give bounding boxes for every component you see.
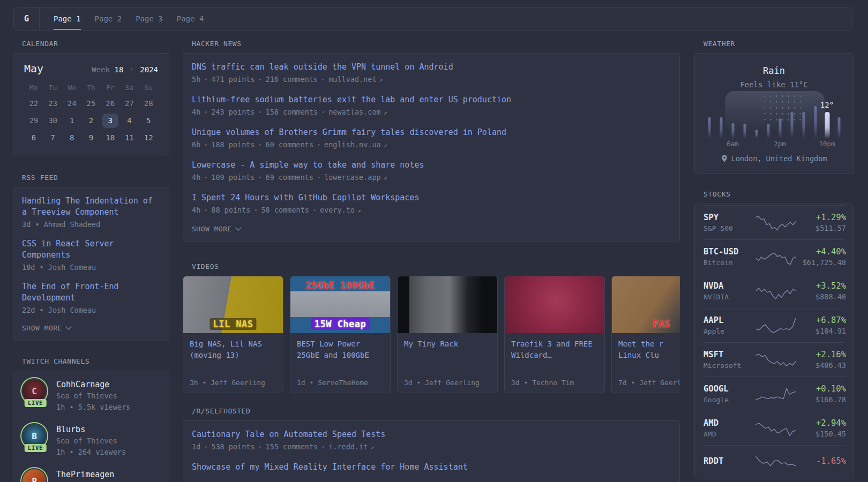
calendar-day-number: 25 (87, 99, 96, 108)
temperature-bar (708, 117, 710, 138)
stock-symbol: BTC-USD (704, 246, 755, 257)
separator-dot: • (313, 207, 316, 213)
hackernews-item-title[interactable]: Unique volumes of Brothers Grimm fairy t… (192, 127, 671, 138)
item-comments[interactable]: 69 comments (266, 173, 313, 182)
hackernews-item-title[interactable]: Lowercase - A simple way to take and sha… (192, 160, 671, 171)
hackernews-item-title[interactable]: Lithium-free sodium batteries exit the l… (192, 94, 671, 106)
temperature-bar (825, 112, 829, 138)
rss-show-more[interactable]: SHOW MORE (22, 324, 160, 332)
hackernews-item-title[interactable]: I Spent 24 Hours with GitHub Copilot Wor… (192, 192, 671, 204)
video-card[interactable]: 25GbE 100GbE 15W Cheap BEST Low Power 25… (290, 276, 391, 393)
calendar-day-number: 3 (102, 114, 118, 128)
page-tab[interactable]: Page 3 (136, 7, 163, 30)
rss-item-title[interactable]: The End of Front-End Development (22, 281, 160, 304)
reddit-item: Showcase of my Mixed Reality Interface f… (192, 462, 671, 473)
page-tab[interactable]: Page 2 (95, 7, 122, 30)
calendar-day: 27 (120, 96, 139, 111)
twitch-channel-meta: 1h • 5.5k viewers (56, 402, 130, 413)
stock-sparkline (755, 213, 797, 232)
video-thumbnail[interactable]: FAS (612, 276, 680, 333)
stock-symbol: SPY (704, 212, 755, 223)
rss-item-title[interactable]: CSS in React Server Components (22, 238, 160, 261)
stock-price: $184.91 (797, 327, 846, 336)
twitch-list: C LIVE CohhCarnage Sea of Thieves 1h • 5… (22, 379, 160, 482)
video-thumbnail[interactable]: LIL NAS (183, 276, 283, 333)
temperature-label: 12° (820, 101, 834, 109)
item-comments[interactable]: 60 comments (266, 140, 313, 149)
video-card-body: Traefik 3 and FREE Wildcard… 3d • Techno… (505, 333, 604, 393)
chevron-down-icon (235, 224, 241, 230)
item-points: 109 points (211, 173, 255, 182)
reddit-widget: Cautionary Tale on Automated Speed Tests… (183, 420, 680, 482)
stock-row: SPY S&P 500 +1.29% $511.57 (704, 205, 844, 239)
twitch-channel-row[interactable]: P LIVE ThePrimeagen (22, 469, 160, 482)
calendar-day: 11 (120, 130, 139, 145)
twitch-channel-name[interactable]: ThePrimeagen (56, 469, 114, 480)
item-domain[interactable]: i.redd.it (328, 442, 368, 451)
stock-id-block: NVDA NVIDIA (704, 281, 755, 302)
top-nav: G Page 1 Page 2 Page 3 Page 4 (13, 7, 852, 31)
stock-change: -1.65% (797, 456, 846, 466)
video-title[interactable]: Meet the r Linux Clu (618, 338, 680, 361)
calendar-day-number: 10 (106, 133, 115, 142)
stock-symbol: GOOGL (704, 383, 755, 394)
stock-change: +0.10% (797, 383, 846, 394)
stock-value-block: -1.65% (797, 456, 846, 468)
video-card[interactable]: FAS Meet the r Linux Clu 7d • Jeff Geerl… (611, 276, 680, 393)
reddit-item-title[interactable]: Showcase of my Mixed Reality Interface f… (192, 462, 671, 473)
hour-axis-label: 2pm (774, 140, 786, 148)
page-tab[interactable]: Page 1 (54, 7, 81, 30)
item-comments[interactable]: 216 comments (266, 75, 318, 84)
rss-list: Handling The Indentation of a Treeview C… (22, 195, 160, 315)
video-card-body: My Tiny Rack 3d • Jeff Geerling (398, 333, 497, 393)
video-thumbnail[interactable] (398, 276, 497, 333)
rss-item-meta: 3d • Ahmad Shadeed (22, 219, 160, 230)
video-thumbnail[interactable] (505, 276, 604, 333)
video-card[interactable]: My Tiny Rack 3d • Jeff Geerling (397, 276, 498, 393)
page-tab[interactable]: Page 4 (177, 7, 204, 30)
hackernews-header: HACKER NEWS (192, 40, 680, 48)
video-thumbnail[interactable]: 25GbE 100GbE 15W Cheap (290, 276, 390, 333)
video-title[interactable]: BEST Low Power 25GbE and 100GbE Switch… (297, 338, 384, 362)
twitch-channel-row[interactable]: B LIVE Blurbs Sea of Thieves 1h • 264 vi… (22, 424, 160, 458)
live-badge: LIVE (25, 444, 47, 452)
rss-item-title[interactable]: Handling The Indentation of a Treeview C… (22, 195, 160, 218)
app-logo[interactable]: G (14, 7, 40, 30)
stock-id-block: BTC-USD Bitcoin (704, 246, 755, 267)
temperature-bar (755, 130, 758, 138)
item-domain[interactable]: english.nv.ua (324, 140, 381, 149)
temperature-bar (779, 118, 781, 138)
item-points: 243 points (211, 108, 255, 116)
video-card[interactable]: LIL NAS Big NAS, Lil NAS (moving 13) 3h … (183, 276, 283, 393)
video-title[interactable]: My Tiny Rack (404, 338, 491, 350)
weather-hour-column (739, 91, 751, 148)
stock-price: $406.43 (797, 361, 846, 370)
twitch-channel-row[interactable]: C LIVE CohhCarnage Sea of Thieves 1h • 5… (22, 379, 160, 413)
reddit-item-title[interactable]: Cautionary Tale on Automated Speed Tests (192, 429, 671, 440)
video-card[interactable]: Traefik 3 and FREE Wildcard… 3d • Techno… (504, 276, 605, 393)
twitch-channel-name[interactable]: Blurbs (56, 424, 126, 435)
calendar-month: May (24, 62, 43, 75)
item-domain[interactable]: newatlas.com (328, 108, 381, 116)
stock-id-block: AAPL Apple (704, 315, 755, 336)
hackernews-show-more[interactable]: SHOW MORE (192, 225, 671, 233)
weekday-label: Mo (24, 84, 43, 92)
calendar-day-number: 24 (68, 99, 77, 108)
calendar-year: 2024 (140, 65, 158, 74)
stock-value-block: +6.87% $184.91 (797, 315, 846, 336)
item-comments[interactable]: 158 comments (266, 108, 318, 116)
hackernews-item-meta: 4h•109 points•69 comments•lowercase.app↗ (192, 172, 671, 184)
item-domain[interactable]: every.to (320, 206, 355, 214)
video-title[interactable]: Traefik 3 and FREE Wildcard… (511, 338, 598, 361)
item-comments[interactable]: 58 comments (261, 206, 309, 214)
stock-id-block: GOOGL Google (704, 383, 755, 404)
hackernews-item-title[interactable]: DNS traffic can leak outside the VPN tun… (192, 62, 671, 73)
video-title[interactable]: Big NAS, Lil NAS (moving 13) (190, 338, 276, 361)
rss-item-meta: 18d • Josh Comeau (22, 262, 160, 273)
calendar-day-number: 5 (146, 116, 151, 125)
twitch-channel-name[interactable]: CohhCarnage (56, 379, 130, 390)
item-comments[interactable]: 155 comments (266, 442, 318, 451)
item-domain[interactable]: mullvad.net (328, 75, 376, 84)
stock-name: NVIDIA (704, 292, 755, 302)
item-domain[interactable]: lowercase.app (324, 173, 381, 182)
